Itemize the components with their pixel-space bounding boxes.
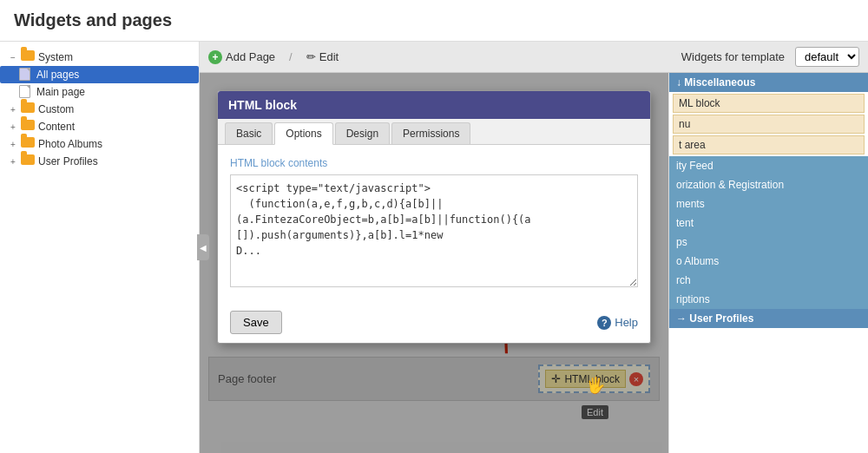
expand-icon[interactable]: + (7, 121, 19, 133)
sidebar-item-label: Custom (38, 103, 74, 115)
modal-body: HTML block contents <script type="text/j… (218, 145, 650, 302)
sidebar-item-label: System (38, 51, 73, 63)
template-select[interactable]: default (795, 47, 859, 67)
sidebar-item-all-pages[interactable]: All pages (0, 66, 199, 83)
sidebar-item-content[interactable]: + Content (0, 118, 199, 135)
html-block-content-label: HTML block contents (230, 157, 638, 169)
folder-icon (21, 120, 35, 134)
expand-icon[interactable]: − (7, 51, 19, 63)
code-textarea[interactable]: <script type="text/javascript"> (functio… (230, 174, 638, 287)
modal-dialog: HTML block Basic Options Design (217, 90, 651, 344)
expand-icon[interactable]: + (7, 103, 19, 115)
folder-icon (21, 137, 35, 151)
add-page-button[interactable]: + Add Page (208, 50, 275, 64)
ps-header[interactable]: ps (669, 233, 868, 252)
separator: / (289, 50, 293, 63)
help-icon: ? (597, 316, 611, 330)
edit-label: Edit (319, 50, 339, 63)
tent-header[interactable]: tent (669, 213, 868, 233)
modal-overlay: HTML block Basic Options Design (200, 73, 668, 453)
plus-icon: + (208, 50, 222, 64)
page-icon (19, 85, 33, 99)
activity-feed-header[interactable]: ity Feed (669, 156, 868, 175)
panel-item-ml-block[interactable]: ML block (673, 94, 865, 113)
add-page-label: Add Page (226, 50, 275, 63)
modal-title: HTML block (228, 98, 297, 112)
folder-icon (21, 102, 35, 116)
sidebar-item-photo-albums[interactable]: + Photo Albums (0, 135, 199, 153)
right-panel: ↓ Miscellaneous ML block nu t area ity F… (668, 73, 868, 453)
rch-header[interactable]: rch (669, 271, 868, 290)
authorization-header[interactable]: orization & Registration (669, 175, 868, 194)
sidebar-collapse-button[interactable]: ◀ (197, 234, 209, 260)
help-link[interactable]: ? Help (597, 316, 638, 330)
tab-design[interactable]: Design (335, 122, 390, 144)
save-button[interactable]: Save (230, 311, 282, 334)
pencil-icon: ✏ (306, 50, 316, 63)
modal-header: HTML block (218, 91, 650, 119)
page-title: Widgets and pages (0, 0, 868, 42)
sidebar-item-label: Main page (36, 86, 85, 98)
modal-footer: Save ? Help (218, 302, 650, 343)
sidebar-item-label: Content (38, 121, 75, 133)
cursor-icon: 🖐 (586, 376, 605, 395)
toolbar: + Add Page / ✏ Edit Widgets for template… (200, 42, 868, 73)
widgets-for-template-label: Widgets for template (681, 50, 785, 63)
page-icon (19, 68, 33, 82)
folder-icon (21, 154, 35, 168)
tab-options[interactable]: Options (274, 122, 332, 145)
sidebar-item-label: Photo Albums (38, 138, 102, 150)
expand-icon[interactable]: + (7, 138, 19, 150)
sidebar-item-custom[interactable]: + Custom (0, 101, 199, 118)
editor-area: Page footer ✛ HTML block × 🖐 (200, 73, 668, 453)
expand-icon[interactable]: + (7, 155, 19, 167)
modal-tabs: Basic Options Design Permissions (218, 119, 650, 145)
sidebar-item-system[interactable]: − System (0, 49, 199, 66)
riptions-header[interactable]: riptions (669, 290, 868, 309)
help-label: Help (615, 316, 638, 329)
sidebar-item-label: All pages (36, 69, 79, 81)
edit-button[interactable]: ✏ Edit (306, 50, 339, 63)
content-area: + Add Page / ✏ Edit Widgets for template… (200, 42, 868, 453)
sidebar: − System All pages Main page + Cu (0, 42, 200, 453)
miscellaneous-header[interactable]: ↓ Miscellaneous (669, 73, 868, 92)
sidebar-item-user-profiles[interactable]: + User Profiles (0, 153, 199, 170)
folder-icon (21, 50, 35, 64)
user-profiles-header[interactable]: → User Profiles (669, 309, 868, 328)
tab-permissions[interactable]: Permissions (391, 122, 470, 144)
panel-item-t-area[interactable]: t area (673, 135, 865, 154)
tab-basic[interactable]: Basic (225, 122, 273, 144)
sidebar-item-main-page[interactable]: Main page (0, 83, 199, 101)
ments-header[interactable]: ments (669, 194, 868, 213)
sidebar-item-label: User Profiles (38, 155, 98, 167)
albums-header[interactable]: o Albums (669, 252, 868, 271)
panel-item-nu[interactable]: nu (673, 115, 865, 134)
